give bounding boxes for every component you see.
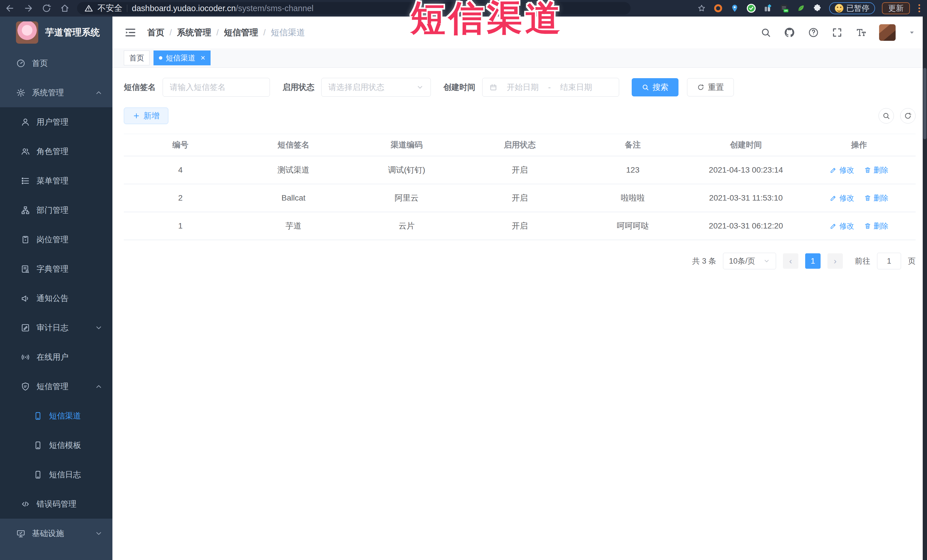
sidebar-item-label: 系统管理 <box>32 87 64 98</box>
ext-green-check-icon[interactable] <box>746 3 756 13</box>
help-icon[interactable] <box>808 27 819 38</box>
app-logo-row[interactable]: 芋道管理系统 <box>0 17 112 49</box>
sidebar-item-home[interactable]: 首页 <box>0 49 112 78</box>
delete-link[interactable]: 删除 <box>864 193 889 203</box>
add-button[interactable]: 新增 <box>124 108 168 124</box>
url-text[interactable]: dashboard.yudao.iocoder.cn/system/sms-ch… <box>132 4 313 13</box>
sidebar-item-dept[interactable]: 部门管理 <box>0 196 112 225</box>
cell-code: 调试(钉钉) <box>350 156 463 184</box>
sign-input[interactable] <box>170 83 263 92</box>
page-suffix: 页 <box>908 256 916 266</box>
ext-orange-ring-icon[interactable] <box>713 3 723 13</box>
hamburger-icon[interactable] <box>124 26 137 39</box>
github-icon[interactable] <box>784 27 795 38</box>
sidebar-item-infra[interactable]: 基础设施 <box>0 519 112 548</box>
cell-remark: 啦啦啦 <box>576 184 689 212</box>
column-header: 启用状态 <box>463 134 576 156</box>
font-size-icon[interactable] <box>855 27 866 38</box>
ext-blue-pin-icon[interactable] <box>730 3 740 13</box>
delete-link[interactable]: 删除 <box>864 165 889 175</box>
sidebar-item-system[interactable]: 系统管理 <box>0 78 112 107</box>
column-header: 短信签名 <box>237 134 350 156</box>
navbar-actions <box>760 24 916 41</box>
toggle-search-button[interactable] <box>878 108 894 123</box>
fullscreen-icon[interactable] <box>832 27 843 38</box>
tab-短信渠道[interactable]: 短信渠道× <box>153 50 211 65</box>
sidebar-item-error-code[interactable]: 错误码管理 <box>0 489 112 519</box>
date-range-picker[interactable]: - <box>482 78 619 97</box>
edit-link[interactable]: 修改 <box>830 193 854 203</box>
gear-icon <box>16 88 26 97</box>
paused-badge[interactable]: 已暂停 <box>829 2 875 14</box>
breadcrumb-item[interactable]: 短信管理 <box>224 27 258 38</box>
phone-icon <box>33 440 43 450</box>
scrollbar-thumb[interactable] <box>923 68 926 139</box>
ext-tabs-icon[interactable] <box>763 3 773 13</box>
browser-menu-icon[interactable] <box>917 4 922 12</box>
column-header: 渠道编码 <box>350 134 463 156</box>
sidebar-item-notice[interactable]: 通知公告 <box>0 284 112 313</box>
goto-page-input[interactable] <box>877 253 901 269</box>
paused-label: 已暂停 <box>846 3 869 14</box>
edit-link[interactable]: 修改 <box>830 221 854 231</box>
update-button[interactable]: 更新 <box>882 2 910 14</box>
tab-close-icon[interactable]: × <box>201 54 205 62</box>
security-label[interactable]: 不安全 <box>97 3 122 14</box>
sidebar-item-sms-log[interactable]: 短信日志 <box>0 460 112 489</box>
sidebar-item-post[interactable]: 岗位管理 <box>0 225 112 254</box>
status-select[interactable]: 请选择启用状态 <box>321 78 431 97</box>
date-end-input[interactable] <box>555 83 597 92</box>
sidebar-item-online-user[interactable]: 在线用户 <box>0 342 112 372</box>
back-icon[interactable] <box>5 3 15 13</box>
page-number-1[interactable]: 1 <box>805 253 821 269</box>
cell-created: 2021-03-31 06:12:20 <box>689 212 802 240</box>
breadcrumb-item[interactable]: 首页 <box>147 27 164 38</box>
chevron-down-icon <box>416 83 424 91</box>
date-start-input[interactable] <box>501 83 544 92</box>
tab-首页[interactable]: 首页 <box>124 50 149 65</box>
reload-icon[interactable] <box>42 3 52 13</box>
cell-status: 开启 <box>463 156 576 184</box>
active-tab-dot <box>159 56 163 60</box>
sidebar-item-role[interactable]: 角色管理 <box>0 137 112 166</box>
next-page-button[interactable]: › <box>827 253 843 269</box>
sidebar-item-sms[interactable]: 短信管理 <box>0 372 112 401</box>
sidebar-item-label: 岗位管理 <box>36 234 68 245</box>
refresh-table-button[interactable] <box>900 108 916 123</box>
reset-button[interactable]: 重置 <box>687 78 734 96</box>
table-toolbar: 新增 <box>124 108 916 124</box>
home-icon[interactable] <box>60 3 70 13</box>
breadcrumb-item[interactable]: 系统管理 <box>177 27 211 38</box>
search-button[interactable]: 搜索 <box>632 78 678 96</box>
ext-leaf-icon[interactable] <box>796 3 806 13</box>
page-size-select[interactable]: 10条/页 <box>723 253 776 269</box>
table-row: 2Ballcat阿里云开启啦啦啦2021-03-31 11:53:10修改删除 <box>124 184 916 212</box>
delete-link[interactable]: 删除 <box>864 221 889 231</box>
sidebar-item-sms-template[interactable]: 短信模板 <box>0 431 112 460</box>
caret-down-icon[interactable] <box>908 29 916 36</box>
delete-link-label: 删除 <box>874 193 889 203</box>
dashboard-icon <box>16 58 26 68</box>
sidebar-item-label: 角色管理 <box>36 146 68 157</box>
edit-link[interactable]: 修改 <box>830 165 854 175</box>
svg-text:on: on <box>784 9 788 12</box>
avatar[interactable] <box>879 24 896 41</box>
sidebar-item-sms-channel[interactable]: 短信渠道 <box>0 401 112 431</box>
bookmark-star-icon[interactable] <box>697 3 707 13</box>
prev-page-button[interactable]: ‹ <box>783 253 798 269</box>
table-header-row: 编号短信签名渠道编码启用状态备注创建时间操作 <box>124 134 916 156</box>
cell-created: 2021-03-31 11:53:10 <box>689 184 802 212</box>
sidebar-item-menu[interactable]: 菜单管理 <box>0 166 112 196</box>
sidebar-filler <box>0 548 112 560</box>
sidebar-item-user[interactable]: 用户管理 <box>0 107 112 137</box>
chevron-up-icon <box>95 89 103 97</box>
extensions-puzzle-icon[interactable] <box>813 3 822 13</box>
ext-dark-on-icon[interactable]: on <box>780 3 789 13</box>
breadcrumb-separator: / <box>169 28 172 37</box>
forward-icon[interactable] <box>23 3 33 13</box>
sidebar-item-audit-log[interactable]: 审计日志 <box>0 313 112 342</box>
search-icon[interactable] <box>760 27 771 38</box>
sidebar-item-dict[interactable]: 字典管理 <box>0 254 112 284</box>
sign-input-wrap <box>163 78 270 97</box>
browser-scrollbar[interactable] <box>923 17 927 560</box>
